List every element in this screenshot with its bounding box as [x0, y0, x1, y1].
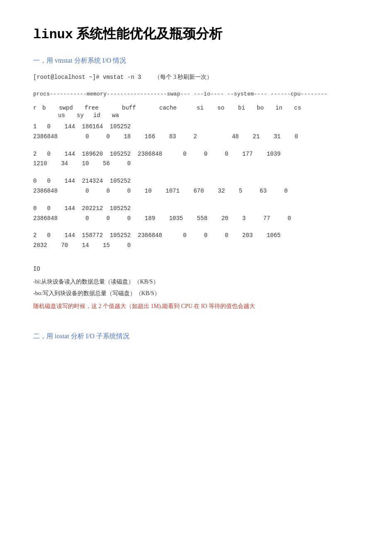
command-note: （每个 3 秒刷新一次）	[154, 73, 212, 81]
col-so: so	[217, 105, 238, 111]
col-sy: sy	[77, 112, 93, 119]
data-row-5: 2 0 144 158772 105252 2386848 0 0 0 203 …	[33, 231, 359, 251]
io-label: IO	[33, 266, 359, 272]
col-b: b	[42, 105, 59, 111]
io-bo-desc: -bo:写入到块设备的数据总量（写磁盘）（KB/S）	[33, 290, 359, 297]
data-row-2: 2 0 144 189620 105252 2386848 0 0 0 177 …	[33, 149, 359, 169]
col-bo: bo	[257, 105, 275, 111]
col-in: in	[275, 105, 294, 111]
col-cs: cs	[294, 105, 311, 111]
col-wa: wa	[112, 112, 129, 119]
vmstat-header: procs-----------memory------------------…	[33, 91, 359, 97]
command-prompt: [root@localhost ~]# vmstat -n 3	[33, 74, 141, 81]
title-linux: linux	[33, 27, 73, 42]
col-id: id	[93, 112, 112, 119]
col-swpd: swpd	[59, 105, 85, 111]
col-us: us	[58, 112, 77, 119]
section2-heading: 二，用 iostat 分析 I/O 子系统情况	[33, 332, 359, 341]
col-header-row1: r b swpd free buff cache si so bi bo in …	[33, 105, 359, 111]
col-r: r	[33, 105, 42, 111]
section1-heading: 一，用 vmstat 分析系统 I/O 情况	[33, 56, 359, 65]
col-buff: buff	[122, 105, 159, 111]
io-section: IO -bi:从块设备读入的数据总量（读磁盘）（KB/S） -bo:写入到块设备…	[33, 266, 359, 311]
io-bi-desc: -bi:从块设备读入的数据总量（读磁盘）（KB/S）	[33, 278, 359, 286]
col-bi: bi	[238, 105, 257, 111]
col-cache: cache	[159, 105, 197, 111]
column-headers: r b swpd free buff cache si so bi bo in …	[33, 105, 359, 119]
col-free: free	[85, 105, 122, 111]
data-row-4: 0 0 144 202212 105252 2386848 0 0 0 189 …	[33, 204, 359, 224]
title-rest: 系统性能优化及瓶颈分析	[73, 26, 222, 41]
col-si: si	[197, 105, 217, 111]
io-note: 随机磁盘读写的时候，这 2 个值越大（如超出 1M),能看到 CPU 在 IO …	[33, 301, 359, 311]
col-header-row2: us sy id wa	[33, 112, 359, 119]
page-title: linux 系统性能优化及瓶颈分析	[33, 25, 359, 43]
data-row-1: 1 0 144 186164 105252 2386848 0 0 18 166…	[33, 122, 359, 142]
data-row-3: 0 0 144 214324 105252 2386848 0 0 0 10 1…	[33, 176, 359, 196]
command-line: [root@localhost ~]# vmstat -n 3 （每个 3 秒刷…	[33, 73, 359, 81]
